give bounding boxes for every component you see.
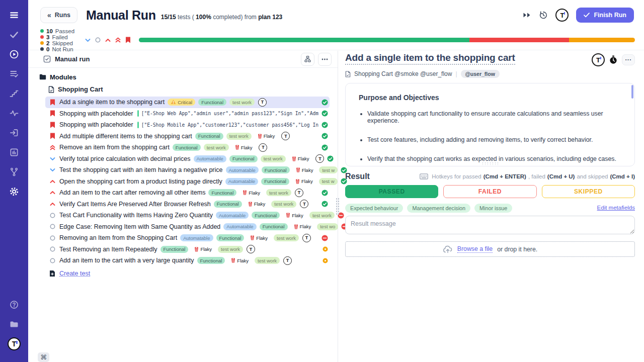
tag-badge-flaky[interactable]: Flaky (232, 144, 256, 151)
tag-badge-functional[interactable]: Functional (216, 234, 245, 241)
description-scrollbar[interactable] (631, 85, 633, 99)
user-avatar[interactable]: T (555, 9, 569, 22)
tag-badge-functional[interactable]: Functional (208, 189, 236, 196)
tag-badge-flaky[interactable]: Flaky (247, 234, 271, 241)
sidebar-item-settings[interactable] (6, 183, 23, 200)
tag-badge-automatable[interactable]: Automatable (223, 223, 256, 230)
test-title[interactable]: Add a single item to the shopping cart (345, 52, 515, 65)
tag-badge-testwork[interactable]: test work (218, 246, 243, 253)
test-row[interactable]: Add an item to the cart after removing a… (45, 187, 330, 199)
tag-badge-flaky[interactable]: Flaky (289, 155, 312, 162)
tag-badge-testwork[interactable]: test wo (317, 223, 338, 230)
tag-badge-critical[interactable]: Critical (168, 99, 195, 106)
detail-more-button[interactable]: ... (622, 54, 635, 65)
tag-badge-testwork[interactable]: test work (266, 189, 291, 196)
test-row[interactable]: Add an item to the cart with a very larg… (45, 255, 330, 266)
tag-badge-functional[interactable]: Functional (160, 246, 189, 253)
filter-priority-highest[interactable] (115, 37, 121, 43)
tag-badge-flaky[interactable]: Flaky (245, 201, 269, 208)
test-row[interactable]: Edge Case: Removing Item with Same Quant… (45, 221, 330, 233)
tag-badge-functional[interactable]: Functional (262, 166, 290, 173)
timer-reset-icon[interactable] (539, 11, 548, 20)
modules-node[interactable]: Modules (28, 71, 338, 83)
test-row[interactable]: Remove an item from the shopping cart Fu… (45, 142, 330, 153)
stat-passed[interactable]: 10Passed (40, 28, 74, 34)
filter-priority-low[interactable] (85, 38, 91, 42)
tag-badge-automatable[interactable]: Automatable (194, 155, 226, 162)
tag-badge-automatable[interactable]: Automatable (216, 212, 249, 219)
description-resize-handle[interactable] (481, 162, 499, 165)
filter-priority-high[interactable] (105, 38, 111, 42)
test-row[interactable]: Shopping with placeholder ["E-Shop Web A… (45, 108, 330, 120)
tag-badge-automatable[interactable]: Automatable (226, 166, 259, 173)
tag-badge-flaky[interactable]: Flaky (292, 178, 316, 185)
tag-badge-flaky[interactable]: Flaky (291, 223, 314, 230)
fast-forward-icon[interactable] (523, 12, 531, 19)
tag-badge-functional[interactable]: Functional (198, 99, 226, 106)
failed-button[interactable]: FAILED (443, 185, 536, 198)
test-row[interactable]: Test Cart Functionality with Items Havin… (45, 210, 330, 221)
filter-priority-normal[interactable] (95, 37, 101, 43)
tag-badge-functional[interactable]: Functional (173, 144, 201, 151)
back-to-runs-button[interactable]: « Runs (40, 7, 77, 23)
tag-badge-functional[interactable]: Functional (229, 155, 258, 162)
metafield-pill[interactable]: Minor issue (474, 204, 512, 213)
tag-badge-flaky[interactable]: Flaky (255, 133, 278, 140)
tag-badge-functional[interactable]: Functional (260, 223, 288, 230)
tag-badge-testwork[interactable]: test work (204, 144, 229, 151)
test-row[interactable]: Add multiple different items to the shop… (45, 131, 330, 142)
test-row[interactable]: Add a single item to the shopping cart C… (45, 97, 330, 108)
sidebar-item-menu[interactable] (6, 7, 23, 23)
tag-badge-flaky[interactable]: Flaky (283, 212, 306, 219)
edit-metafields-link[interactable]: Edit metafields (597, 205, 635, 211)
sidebar-item-analytics[interactable] (6, 105, 23, 121)
metafield-pill[interactable]: Management decision (407, 204, 470, 213)
sidebar-item-branches[interactable] (6, 163, 23, 180)
suite-path-and-tags[interactable]: Shopping Cart @smoke @user_flow (354, 70, 452, 77)
stopwatch-icon[interactable] (609, 55, 617, 64)
stat-failed[interactable]: 3Failed (40, 34, 74, 40)
tag-badge-functional[interactable]: Functional (195, 133, 223, 140)
tag-badge-testwork[interactable]: test w (319, 178, 338, 185)
tag-badge-flaky[interactable]: Flaky (239, 189, 263, 196)
filter-priority-important[interactable] (125, 37, 131, 43)
tag-badge-functional[interactable]: Functional (261, 178, 289, 185)
tree-view-button[interactable] (301, 53, 314, 66)
test-row[interactable]: Verify total price calculation with deci… (45, 153, 330, 165)
tag-pill[interactable]: @user_flow (461, 70, 500, 78)
tag-badge-automatable[interactable]: Automatable (180, 234, 213, 241)
sidebar-item-runs[interactable] (6, 46, 23, 62)
tag-badge-automatable[interactable]: Automatable (225, 178, 258, 185)
test-row[interactable]: Open the shopping cart from a product li… (45, 176, 330, 188)
sidebar-item-reports[interactable] (6, 144, 23, 160)
browse-file-link[interactable]: Browse a file (457, 245, 493, 253)
tag-badge-testwork[interactable]: test work (309, 212, 335, 219)
tag-badge-testwork[interactable]: test w (319, 166, 338, 173)
passed-button[interactable]: PASSED (345, 185, 438, 198)
tag-badge-functional[interactable]: Functional (252, 212, 280, 219)
tag-badge-testwork[interactable]: test work (261, 155, 286, 162)
sidebar-item-help[interactable] (6, 296, 23, 313)
test-row[interactable]: Test Removing an Item Repeatedly Functio… (45, 244, 330, 255)
tag-badge-flaky[interactable]: Flaky (228, 257, 252, 264)
tag-badge-functional[interactable]: Functional (214, 201, 242, 208)
suite-node-shopping-cart[interactable]: Shopping Cart (28, 83, 338, 96)
sidebar-item-logo[interactable]: T (6, 335, 23, 352)
test-row[interactable]: Shopping with placeholder ["E-Shop Mobil… (45, 119, 330, 131)
stat-skipped[interactable]: 2Skipped (40, 40, 74, 46)
create-test[interactable]: Create test (49, 268, 338, 279)
skipped-button[interactable]: SKIPPED (542, 185, 635, 198)
finish-run-button[interactable]: Finish Run (576, 8, 634, 23)
test-row[interactable]: Test the shopping cart with an item havi… (45, 164, 330, 176)
tag-badge-testwork[interactable]: test work (255, 257, 280, 264)
tag-badge-testwork[interactable]: test work (274, 234, 299, 241)
test-row[interactable]: Removing an Item from the Shopping Cart … (45, 232, 330, 244)
list-more-button[interactable] (318, 53, 332, 66)
tag-badge-testwork[interactable]: test work (226, 133, 252, 140)
result-message-input[interactable] (345, 216, 635, 234)
assignee-avatar[interactable]: T (592, 53, 605, 66)
sidebar-item-tests[interactable] (6, 26, 23, 43)
tag-badge-testwork[interactable]: test work (271, 201, 296, 208)
tag-badge-functional[interactable]: Functional (197, 257, 225, 264)
tag-badge-testwork[interactable]: test work (229, 99, 255, 106)
